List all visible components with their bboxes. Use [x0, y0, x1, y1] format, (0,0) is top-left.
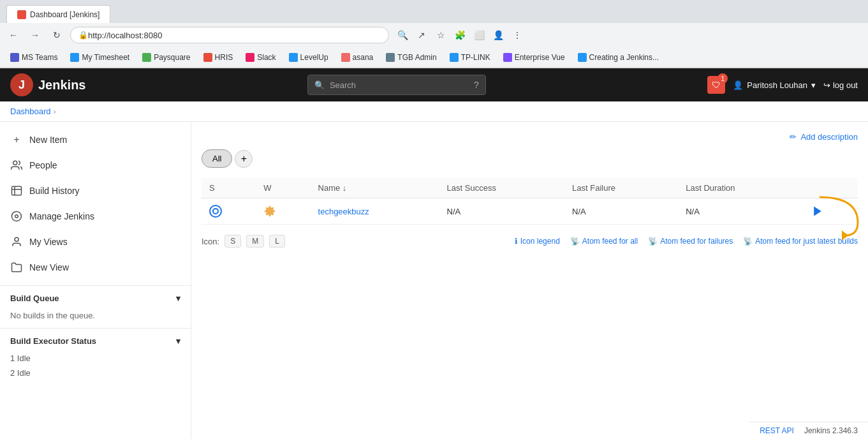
bookmark-paysquare-label: Paysquare [154, 53, 190, 62]
col-header-last-failure: Last Failure [564, 178, 678, 198]
bookmark-asana[interactable]: asana [336, 51, 379, 64]
main-layout: + New Item People Bui [0, 122, 868, 439]
zoom-button[interactable]: 🔍 [394, 27, 411, 43]
atom-feed-failures-link[interactable]: 📡 Atom feed for failures [648, 237, 733, 246]
bookmark-button[interactable]: ☆ [432, 27, 449, 43]
bookmark-levelup-label: LevelUp [300, 53, 328, 62]
jenkins-logo[interactable]: J Jenkins [10, 73, 85, 96]
manage-jenkins-icon [10, 210, 23, 223]
sidebar-item-people[interactable]: People [0, 153, 191, 178]
icon-size-l[interactable]: L [269, 235, 285, 248]
svg-point-6 [213, 209, 218, 214]
menu-button[interactable]: ⋮ [509, 27, 526, 43]
new-item-icon: + [10, 133, 23, 146]
bookmark-slack-label: Slack [257, 53, 276, 62]
bookmark-asana-label: asana [353, 53, 374, 62]
bookmark-timesheet[interactable]: My Timesheet [65, 51, 135, 64]
sidebar: + New Item People Bui [0, 122, 191, 439]
bookmark-timesheet-label: My Timesheet [82, 53, 129, 62]
rss-all-icon: 📡 [570, 237, 580, 246]
svg-point-0 [13, 161, 17, 165]
tp-link-favicon [450, 53, 459, 62]
forward-button[interactable]: → [27, 27, 43, 43]
bookmark-paysquare[interactable]: Paysquare [137, 51, 195, 64]
rss-failures-icon: 📡 [648, 237, 658, 246]
sidebar-item-new-view[interactable]: New View [0, 255, 191, 280]
slack-favicon [246, 53, 254, 62]
executor-2-status: Idle [17, 368, 31, 378]
logout-button[interactable]: ↪ log out [823, 80, 858, 90]
footer-icons-row: Icon: S M L ℹ Icon legend 📡 Atom feed fo… [202, 235, 858, 248]
row-status-w [256, 198, 310, 225]
tab-favicon [17, 10, 26, 19]
row-last-success: N/A [439, 198, 564, 225]
bookmark-enterprise-vue[interactable]: Enterprise Vue [498, 51, 570, 64]
build-executor-title: Build Executor Status [10, 336, 96, 346]
executor-2: 2 Idle [0, 366, 191, 380]
search-input[interactable] [330, 80, 469, 90]
build-queue-title: Build Queue [10, 294, 59, 303]
build-executor-chevron: ▾ [176, 336, 180, 346]
sidebar-build-history-label: Build History [29, 186, 80, 196]
bookmark-tp-link[interactable]: TP-LINK [445, 51, 496, 64]
bookmark-jenkins-tutorial[interactable]: Creating a Jenkins... [573, 51, 664, 64]
extensions-button[interactable]: 🧩 [452, 27, 468, 43]
bookmark-hris[interactable]: HRIS [198, 51, 239, 64]
build-executor-header[interactable]: Build Executor Status ▾ [0, 331, 191, 351]
col-header-name[interactable]: Name ↓ [311, 178, 439, 198]
logout-icon: ↪ [823, 80, 830, 90]
jenkins-logo-text: Jenkins [38, 78, 85, 93]
sidebar-item-manage-jenkins[interactable]: Manage Jenkins [0, 204, 191, 229]
user-icon: 👤 [733, 80, 743, 90]
user-info[interactable]: 👤 Paritosh Louhan ▾ [733, 80, 816, 90]
add-description-button[interactable]: ✏ Add description [790, 132, 858, 142]
bookmark-slack[interactable]: Slack [240, 51, 281, 64]
footer-links: ℹ Icon legend 📡 Atom feed for all 📡 Atom… [515, 237, 858, 246]
browser-chrome: Dashboard [Jenkins] ← → ↻ 🔒 http://local… [0, 0, 868, 68]
active-tab[interactable]: Dashboard [Jenkins] [6, 5, 110, 23]
col-header-action [804, 178, 858, 198]
icon-size-s[interactable]: S [224, 235, 241, 248]
address-bar[interactable]: 🔒 http://localhost:8080 [70, 27, 389, 43]
run-button[interactable] [811, 205, 824, 218]
profile-button[interactable]: 👤 [490, 27, 506, 43]
back-button[interactable]: ← [5, 27, 22, 43]
bookmark-ms-teams[interactable]: MS Teams [5, 51, 63, 64]
table-row: techgeekbuzz N/A N/A N/A [202, 198, 858, 225]
executor-1: 1 Idle [0, 351, 191, 366]
hris-favicon [203, 53, 212, 62]
breadcrumb: Dashboard › [0, 101, 868, 122]
job-link[interactable]: techgeekbuzz [318, 207, 369, 216]
jenkins-version: Jenkins 2.346.3 [804, 426, 858, 435]
notification-button[interactable]: 🛡 1 [707, 76, 725, 94]
svg-point-4 [15, 215, 18, 218]
atom-feed-all-label: Atom feed for all [582, 237, 638, 246]
reload-button[interactable]: ↻ [48, 27, 65, 43]
sidebar-new-view-label: New View [29, 262, 69, 272]
share-button[interactable]: ↗ [413, 27, 430, 43]
new-view-icon [10, 261, 23, 274]
sidebar-item-my-views[interactable]: My Views [0, 229, 191, 255]
bookmark-tgb-admin[interactable]: TGB Admin [381, 51, 441, 64]
header-actions: 🛡 1 👤 Paritosh Louhan ▾ ↪ log out [707, 76, 858, 94]
main-content: ✏ Add description All + S W Name ↓ Last … [191, 122, 868, 439]
atom-feed-all-link[interactable]: 📡 Atom feed for all [570, 237, 638, 246]
tab-label: Dashboard [Jenkins] [30, 10, 99, 19]
atom-feed-latest-link[interactable]: 📡 Atom feed for just latest builds [743, 237, 858, 246]
col-header-w: W [256, 178, 310, 198]
icon-size-m[interactable]: M [246, 235, 264, 248]
help-icon[interactable]: ? [474, 80, 479, 90]
notification-badge: 1 [717, 73, 728, 84]
sidebar-item-build-history[interactable]: Build History [0, 178, 191, 204]
window-button[interactable]: ⬜ [471, 27, 487, 43]
search-box-container: 🔍 ? [307, 75, 486, 95]
bookmark-levelup[interactable]: LevelUp [284, 51, 334, 64]
bookmark-tgb-label: TGB Admin [397, 53, 436, 62]
build-queue-header[interactable]: Build Queue ▾ [0, 288, 191, 308]
rest-api-link[interactable]: REST API [760, 426, 794, 435]
breadcrumb-dashboard[interactable]: Dashboard [10, 107, 51, 116]
sidebar-item-new-item[interactable]: + New Item [0, 127, 191, 153]
tab-all[interactable]: All [202, 149, 232, 168]
icon-legend-link[interactable]: ℹ Icon legend [515, 237, 560, 246]
tab-add-button[interactable]: + [235, 150, 253, 168]
